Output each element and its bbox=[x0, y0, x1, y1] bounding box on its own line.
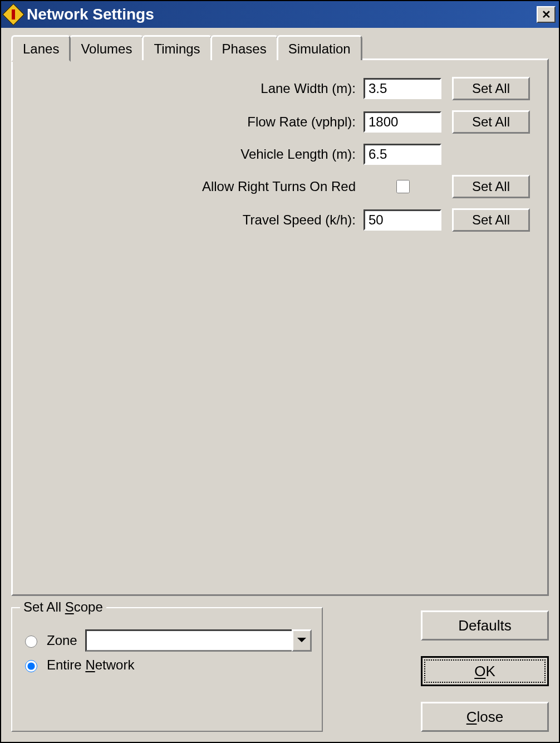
row-flow-rate: Flow Rate (vphpl): Set All bbox=[27, 110, 533, 134]
traffic-light-icon bbox=[2, 3, 24, 26]
input-flow-rate[interactable] bbox=[363, 111, 441, 133]
fieldset-scope: Set All Scope Zone Entire Network bbox=[11, 607, 323, 732]
label-entire-network: Entire Network bbox=[47, 657, 134, 673]
zone-combo[interactable] bbox=[85, 629, 312, 652]
row-lane-width: Lane Width (m): Set All bbox=[27, 77, 533, 100]
dialog-buttons: Defaults OK Close bbox=[340, 607, 549, 732]
checkbox-allow-rtor[interactable] bbox=[396, 180, 410, 193]
label-zone: Zone bbox=[47, 633, 77, 648]
chevron-down-icon[interactable] bbox=[292, 629, 312, 652]
radio-zone[interactable] bbox=[25, 636, 37, 648]
close-button[interactable]: Close bbox=[421, 702, 549, 732]
tab-phases[interactable]: Phases bbox=[210, 35, 278, 60]
input-lane-width[interactable] bbox=[363, 78, 441, 99]
setall-lane-width[interactable]: Set All bbox=[452, 77, 530, 100]
zone-combo-input[interactable] bbox=[85, 629, 292, 652]
row-vehicle-length: Vehicle Length (m): bbox=[27, 144, 533, 165]
defaults-button[interactable]: Defaults bbox=[421, 610, 549, 641]
tab-timings[interactable]: Timings bbox=[142, 35, 212, 60]
client-area: Lanes Volumes Timings Phases Simulation … bbox=[1, 28, 559, 742]
ok-button[interactable]: OK bbox=[421, 656, 549, 686]
label-travel-speed: Travel Speed (k/h): bbox=[243, 212, 356, 228]
radio-entire-network[interactable] bbox=[25, 660, 37, 672]
tab-volumes[interactable]: Volumes bbox=[69, 35, 144, 60]
tabstrip: Lanes Volumes Timings Phases Simulation bbox=[11, 33, 549, 60]
label-allow-rtor: Allow Right Turns On Red bbox=[202, 179, 356, 194]
window-title: Network Settings bbox=[27, 6, 537, 23]
bottom-area: Set All Scope Zone Entire Network bbox=[11, 596, 549, 732]
row-allow-rtor: Allow Right Turns On Red Set All bbox=[27, 175, 533, 198]
tab-simulation[interactable]: Simulation bbox=[277, 35, 362, 60]
setall-travel-speed[interactable]: Set All bbox=[452, 208, 530, 232]
input-travel-speed[interactable] bbox=[363, 209, 441, 231]
label-flow-rate: Flow Rate (vphpl): bbox=[247, 114, 356, 130]
titlebar: Network Settings ✕ bbox=[1, 1, 559, 28]
setall-allow-rtor[interactable]: Set All bbox=[452, 175, 530, 198]
row-travel-speed: Travel Speed (k/h): Set All bbox=[27, 208, 533, 232]
tabpanel-lanes: Lane Width (m): Set All Flow Rate (vphpl… bbox=[11, 58, 549, 596]
label-lane-width: Lane Width (m): bbox=[261, 81, 356, 96]
tab-lanes[interactable]: Lanes bbox=[11, 35, 71, 62]
setall-flow-rate[interactable]: Set All bbox=[452, 110, 530, 134]
close-icon[interactable]: ✕ bbox=[537, 6, 556, 23]
network-settings-dialog: Network Settings ✕ Lanes Volumes Timings… bbox=[0, 0, 560, 743]
input-vehicle-length[interactable] bbox=[363, 144, 441, 165]
label-vehicle-length: Vehicle Length (m): bbox=[240, 146, 356, 162]
scope-legend: Set All Scope bbox=[20, 599, 106, 615]
